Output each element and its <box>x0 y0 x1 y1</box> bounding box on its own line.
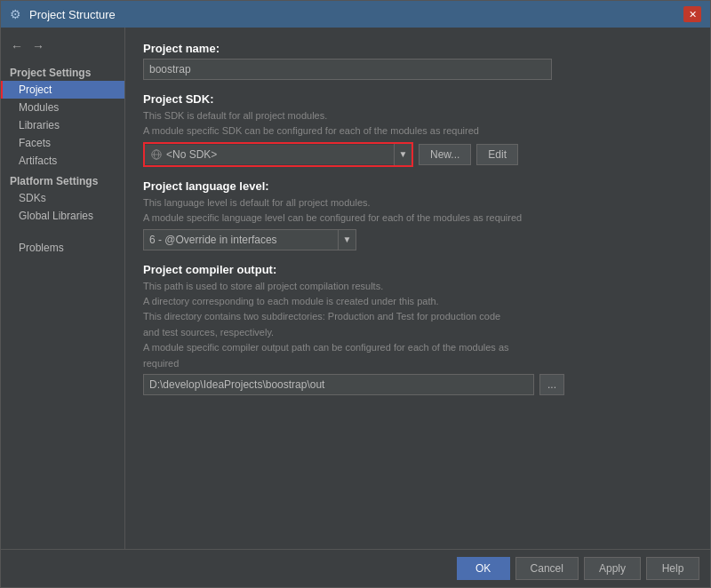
sidebar-item-facets[interactable]: Facets <box>1 134 124 152</box>
sdk-value: <No SDK> <box>166 148 217 161</box>
dialog-icon: ⚙ <box>10 7 24 21</box>
sdk-new-button[interactable]: New... <box>419 144 471 165</box>
language-select[interactable]: 6 - @Override in interfaces <box>143 229 339 250</box>
title-bar: ⚙ Project Structure ✕ <box>1 1 710 28</box>
sdk-desc2: A module specific SDK can be configured … <box>143 124 692 138</box>
sdk-globe-icon <box>150 148 163 161</box>
sidebar-item-libraries-label: Libraries <box>19 119 60 131</box>
project-structure-dialog: ⚙ Project Structure ✕ ← → Project Settin… <box>0 0 711 588</box>
project-name-input[interactable] <box>143 59 552 80</box>
project-settings-label: Project Settings <box>1 65 124 81</box>
sidebar-item-artifacts[interactable]: Artifacts <box>1 152 124 170</box>
sidebar-item-sdks-label: SDKs <box>19 192 46 204</box>
compiler-desc2: A directory corresponding to each module… <box>143 295 692 308</box>
close-button[interactable]: ✕ <box>683 6 701 22</box>
sdk-label: Project SDK: <box>143 92 692 106</box>
apply-button[interactable]: Apply <box>584 557 641 580</box>
sidebar-item-global-libraries[interactable]: Global Libraries <box>1 207 124 225</box>
sdk-select-display[interactable]: <No SDK> <box>145 145 394 164</box>
compiler-desc4: and test sources, respectively. <box>143 326 692 339</box>
platform-settings-label: Platform Settings <box>1 173 124 189</box>
content-panel: Project name: Project SDK: This SDK is d… <box>125 28 710 549</box>
sidebar-toolbar: ← → <box>1 35 124 61</box>
compiler-desc1: This path is used to store all project c… <box>143 280 692 293</box>
sidebar-item-artifacts-label: Artifacts <box>19 155 57 167</box>
compiler-output-input[interactable] <box>143 374 534 395</box>
main-content: ← → Project Settings Project Modules Lib… <box>1 28 710 549</box>
output-row: ... <box>143 374 692 395</box>
language-section: Project language level: This language le… <box>143 179 692 250</box>
project-name-label: Project name: <box>143 42 692 55</box>
cancel-button[interactable]: Cancel <box>515 557 579 580</box>
sidebar-forward-button[interactable]: → <box>29 38 47 54</box>
sdk-dropdown-arrow[interactable]: ▼ <box>394 144 411 165</box>
compiler-output-label: Project compiler output: <box>143 263 692 276</box>
sdk-row: <No SDK> ▼ New... Edit <box>143 142 692 167</box>
sdk-edit-button[interactable]: Edit <box>476 144 518 165</box>
sidebar-item-global-libraries-label: Global Libraries <box>19 210 93 222</box>
sdk-desc1: This SDK is default for all project modu… <box>143 109 692 123</box>
sidebar-item-libraries[interactable]: Libraries <box>1 116 124 134</box>
sdk-select-wrapper[interactable]: <No SDK> ▼ <box>143 142 413 167</box>
help-button[interactable]: Help <box>646 557 699 580</box>
language-desc1: This language level is default for all p… <box>143 196 692 210</box>
sidebar-item-problems[interactable]: Problems <box>1 239 124 257</box>
language-label: Project language level: <box>143 179 692 193</box>
sidebar-item-project-label: Project <box>19 83 52 96</box>
sdk-section: Project SDK: This SDK is default for all… <box>143 92 692 167</box>
sidebar-item-sdks[interactable]: SDKs <box>1 189 124 207</box>
compiler-desc3: This directory contains two subdirectori… <box>143 310 692 323</box>
sidebar-back-button[interactable]: ← <box>8 38 26 54</box>
language-desc2: A module specific language level can be … <box>143 211 692 225</box>
sidebar-item-problems-label: Problems <box>19 242 64 254</box>
language-select-wrapper: 6 - @Override in interfaces ▼ <box>143 229 692 250</box>
language-dropdown-arrow[interactable]: ▼ <box>339 229 356 250</box>
sidebar-item-modules[interactable]: Modules <box>1 99 124 116</box>
sidebar-item-modules-label: Modules <box>19 101 59 114</box>
sidebar: ← → Project Settings Project Modules Lib… <box>1 28 125 549</box>
compiler-desc5: A module specific compiler output path c… <box>143 341 692 354</box>
compiler-desc6: required <box>143 357 692 370</box>
title-bar-left: ⚙ Project Structure <box>10 7 116 21</box>
browse-button[interactable]: ... <box>539 374 564 395</box>
sidebar-item-facets-label: Facets <box>19 137 51 149</box>
dialog-title: Project Structure <box>29 8 116 21</box>
ok-button[interactable]: OK <box>457 557 510 580</box>
sidebar-item-project[interactable]: Project <box>1 81 124 99</box>
footer: OK Cancel Apply Help <box>1 549 710 587</box>
compiler-section: Project compiler output: This path is us… <box>143 263 692 395</box>
